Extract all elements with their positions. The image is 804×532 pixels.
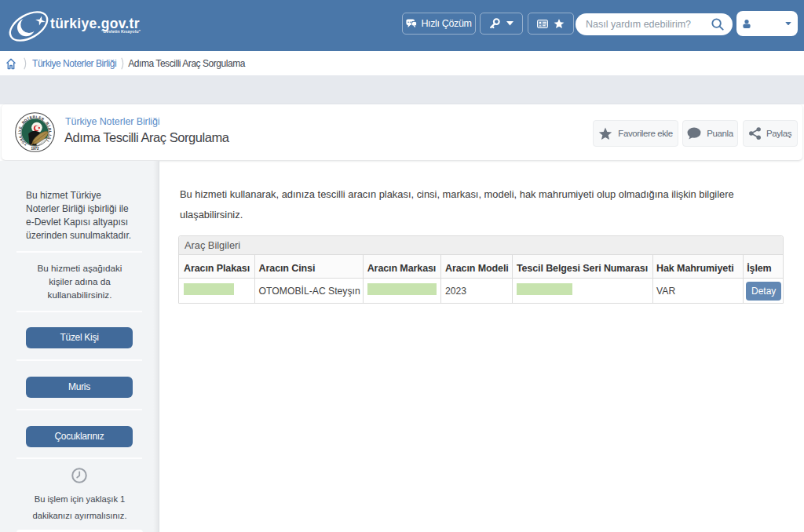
- svg-text:L: L: [49, 130, 53, 133]
- svg-text:1972: 1972: [31, 147, 39, 151]
